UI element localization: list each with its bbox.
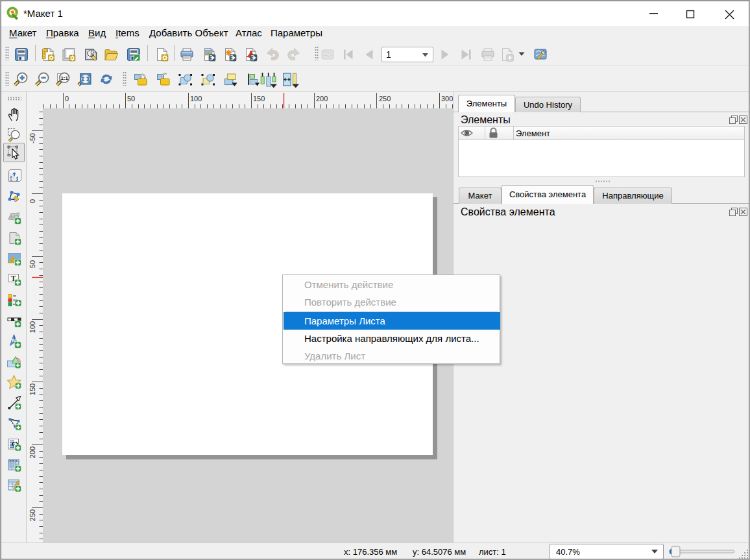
svg-text:0: 0 (65, 95, 69, 103)
svg-text:250: 250 (29, 509, 36, 521)
svg-text:50: 50 (29, 260, 36, 268)
svg-text:150: 150 (29, 383, 36, 395)
svg-text:-50: -50 (29, 133, 36, 143)
svg-text:250: 250 (379, 95, 391, 103)
svg-text:0: 0 (29, 199, 36, 203)
svg-text:100: 100 (29, 321, 36, 333)
svg-text:200: 200 (29, 446, 36, 458)
svg-text:300: 300 (441, 95, 453, 103)
svg-text:200: 200 (316, 95, 328, 103)
svg-text:50: 50 (127, 95, 135, 103)
svg-text:150: 150 (253, 95, 265, 103)
svg-text:100: 100 (190, 95, 202, 103)
svg-text:1:1: 1:1 (60, 75, 68, 81)
